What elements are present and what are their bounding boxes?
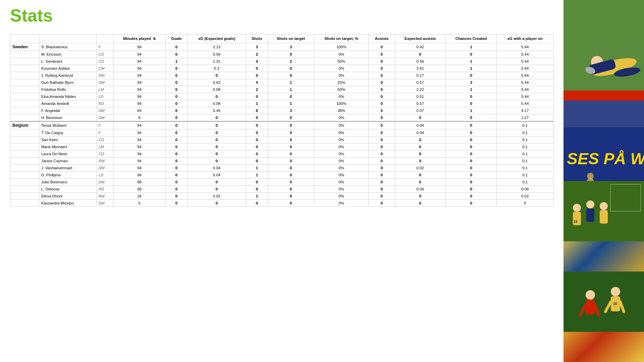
cell-pos: RM [96,192,113,199]
col-header-cc: Chances Created [445,35,496,43]
cell-xa: 2.22 [395,86,445,93]
cell-xg-on: 1.27 [497,114,553,121]
cell-xg: 0 [187,150,246,157]
cell-xg-on: 5.44 [497,51,553,58]
cell-sot-pct: 0% [314,199,369,206]
col-header-shots: Shots [246,35,268,43]
table-row: Laura De Neve CD 94 0 0 0 0 0% 0 0 0 0.1 [10,150,553,157]
cell-goals: 0 [166,72,187,79]
cell-xg-on: 5.44 [497,72,553,79]
cell-xa: 0.04 [395,121,445,129]
svg-point-27 [611,287,620,296]
cell-xg-on: 5.44 [497,58,553,65]
cell-player: Kosovare Asllani [39,65,96,72]
cell-sot: 0 [268,150,314,157]
cell-pos: RM [96,157,113,164]
cell-sot-pct: 0% [314,157,369,164]
cell-pos: DM [96,114,113,121]
cell-sot: 0 [268,121,314,129]
cell-xa: 0 [395,192,445,199]
right-panel: SES PÅ W 19 [564,0,644,362]
cell-goals: 0 [166,178,187,185]
cell-sot-pct: 0% [314,93,369,100]
cell-goals: 0 [166,43,187,51]
cell-cc: 0 [445,93,496,100]
cell-cc: 0 [445,178,496,185]
cell-assists: 0 [369,199,395,206]
cell-assists: 0 [369,157,395,164]
cell-pos: CM [96,65,113,72]
cell-xg-on: 5.44 [497,86,553,93]
cell-assists: 0 [369,79,395,86]
cell-pos: LD [96,93,113,100]
cell-xa: 0 [395,157,445,164]
cell-cc: 3 [445,79,496,86]
cell-xa: 0.51 [395,93,445,100]
cell-team [10,65,39,72]
cell-xg-on: 0.08 [497,185,553,192]
cell-xg: 0.3 [187,65,246,72]
cell-xa: 0 [395,136,445,143]
cell-player: Sari Kees [39,136,96,143]
table-row: Belgium Tessa Wullaert F 94 0 0 0 0 0% 0… [10,121,553,129]
image-players-running: 18 [564,272,644,362]
cell-player: Julie Biesmans [39,178,96,185]
cell-minutes: 94 [113,51,166,58]
cell-assists: 0 [369,114,395,121]
cell-xa: 0 [395,178,445,185]
cell-xg-on: 0.1 [497,164,553,171]
cell-xa: 0.56 [395,58,445,65]
cell-minutes: 94 [113,150,166,157]
cell-minutes: 94 [113,100,166,107]
cell-assists: 0 [369,178,395,185]
col-header-minutes[interactable]: Minutes played ⇅ [113,35,166,43]
cell-xg: 0 [187,157,246,164]
image-player-ground [564,0,644,90]
cell-minutes: 94 [113,171,166,178]
cell-xg-on: 5.44 [497,93,553,100]
cell-player: Laura De Neve [39,150,96,157]
cell-sot-pct: 50% [314,86,369,93]
cell-cc: 1 [445,65,496,72]
cell-cc: 0 [445,185,496,192]
cell-minutes: 94 [113,143,166,150]
table-row: H. Bennison DM 9 0 0 0 0 0% 0 0 0 1.27 [10,114,553,121]
svg-rect-24 [586,300,595,315]
cell-xa: 0.07 [395,107,445,114]
cell-assists: 0 [369,185,395,192]
cell-cc: 0 [445,100,496,107]
cell-player: Marie Minnaert [39,143,96,150]
col-header-xa: Expected assists [395,35,445,43]
cell-xa: 3.81 [395,65,445,72]
cell-shots: 1 [246,171,268,178]
cell-cc: 0 [445,199,496,206]
cell-xg: 0 [187,114,246,121]
cell-sot: 1 [268,100,314,107]
cell-xg: 2.13 [187,43,246,51]
cell-xg-on: 5.44 [497,100,553,107]
cell-xg: 0.45 [187,107,246,114]
cell-sot-pct: 0% [314,178,369,185]
cell-assists: 0 [369,136,395,143]
cell-goals: 0 [166,164,187,171]
cell-minutes: 94 [113,157,166,164]
cell-team [10,150,39,157]
cell-minutes: 94 [113,136,166,143]
table-row: J. Rytting-Kaneryd RM 94 0 0 0 0 0% 0 0.… [10,72,553,79]
cell-sot: 1 [268,79,314,86]
svg-point-15 [573,204,581,212]
cell-shots: 4 [246,58,268,65]
cell-cc: 0 [445,136,496,143]
cell-pos: F [96,129,113,136]
cell-shots: 0 [246,199,268,206]
cell-team [10,199,39,206]
cell-goals: 1 [166,58,187,65]
svg-rect-22 [564,272,644,332]
cell-player: Kassandra Missipo [39,199,96,206]
cell-team [10,51,39,58]
cell-sot-pct: 0% [314,192,369,199]
page-title: Stats [10,7,553,24]
table-row: Marie Minnaert LM 94 0 0 0 0 0% 0 0 0 0.… [10,143,553,150]
filter-icon[interactable]: ⇅ [153,37,156,41]
cell-xa: 0.04 [395,129,445,136]
